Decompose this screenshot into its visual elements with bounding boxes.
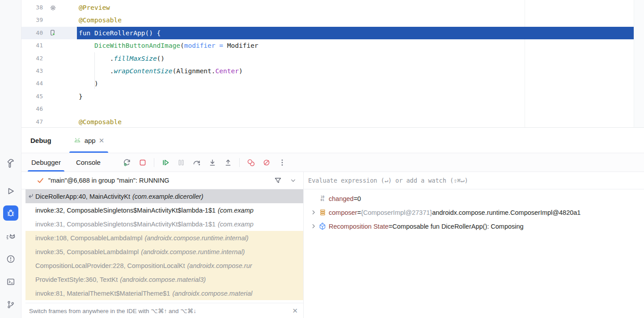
code-text[interactable]: ) bbox=[77, 77, 634, 90]
editor-line-38[interactable]: 38@Preview bbox=[21, 1, 634, 14]
chevron-down-icon bbox=[289, 177, 297, 184]
stack-frame-row[interactable]: invoke:35, ComposableLambdaImpl(androidx… bbox=[25, 245, 303, 259]
code-text[interactable]: .fillMaxSize() bbox=[77, 52, 634, 65]
toolbar-separator bbox=[154, 158, 154, 167]
stack-frame-row[interactable]: ProvideTextStyle:360, TextKt(androidx.co… bbox=[25, 272, 303, 286]
gutter-icon-slot[interactable] bbox=[43, 27, 63, 39]
gutter[interactable]: 45 bbox=[21, 90, 77, 103]
gutter[interactable]: 38 bbox=[21, 1, 77, 14]
stack-frame-row[interactable]: CompositionLocalProvider:228, Compositio… bbox=[25, 259, 303, 272]
more-kebab-icon bbox=[278, 158, 287, 167]
resume-icon bbox=[161, 158, 170, 167]
editor-scrollbar-track[interactable] bbox=[634, 0, 644, 128]
code-text[interactable]: .wrapContentSize(Alignment.Center) bbox=[77, 65, 634, 77]
activity-button-debug-bug[interactable] bbox=[3, 205, 18, 221]
frames-hint-banner: Switch frames from anywhere in the IDE w… bbox=[25, 303, 303, 318]
activity-button-run-play[interactable] bbox=[3, 184, 18, 199]
gutter[interactable]: 43 bbox=[21, 65, 77, 77]
code-token: @Preview bbox=[79, 4, 110, 11]
editor-line-40[interactable]: 40fun DiceRollerApp() { bbox=[21, 27, 634, 39]
code-text[interactable] bbox=[77, 103, 634, 115]
editor-line-39[interactable]: 39@Composable bbox=[21, 14, 634, 26]
stack-frame-row[interactable]: DiceRollerApp:40, MainActivityKt(com.exa… bbox=[25, 189, 303, 203]
debug-tool-window: Debug app ✕ DebuggerConsole "main"@6,688… bbox=[21, 128, 644, 318]
gutter[interactable]: 42 bbox=[21, 52, 77, 65]
expand-chevron-icon[interactable] bbox=[309, 223, 318, 230]
gutter[interactable]: 47 bbox=[21, 116, 77, 128]
cube-icon bbox=[318, 222, 326, 230]
gutter[interactable]: 44 bbox=[21, 77, 77, 90]
toolbar-more-kebab-icon[interactable] bbox=[276, 157, 288, 168]
toolbar-step-over-icon[interactable] bbox=[191, 157, 203, 168]
toolbar-step-into-icon[interactable] bbox=[207, 157, 218, 168]
stack-frame-row[interactable]: invoke:81, MaterialThemeKt$MaterialTheme… bbox=[25, 286, 303, 300]
stack-frame-row[interactable]: invoke:108, ComposableLambdaImpl(android… bbox=[25, 231, 303, 245]
editor-line-42[interactable]: 42 .fillMaxSize() bbox=[21, 52, 634, 65]
tab-console[interactable]: Console bbox=[75, 153, 102, 172]
expand-chevron-icon[interactable] bbox=[309, 209, 318, 216]
code-text[interactable]: fun DiceRollerApp() { bbox=[77, 27, 634, 39]
toolbar-resume-icon[interactable] bbox=[160, 157, 171, 168]
code-text[interactable]: } bbox=[77, 90, 634, 103]
code-token: fillMaxSize bbox=[114, 55, 157, 62]
chevron-down-icon[interactable] bbox=[289, 177, 297, 184]
code-token: ( bbox=[180, 42, 184, 49]
toolbar-mute-breakpoints-icon[interactable] bbox=[261, 157, 272, 168]
code-token: () bbox=[157, 55, 165, 62]
code-text[interactable]: @Composable bbox=[77, 116, 634, 128]
session-tab-app[interactable]: app ✕ bbox=[68, 128, 110, 153]
toolbar-stop-icon[interactable] bbox=[137, 157, 148, 168]
editor-line-43[interactable]: 43 .wrapContentSize(Alignment.Center) bbox=[21, 65, 634, 77]
debugger-body: "main"@6,688 in group "main": RUNNING Di… bbox=[21, 172, 644, 318]
close-icon[interactable]: ✕ bbox=[99, 137, 105, 144]
filter-funnel-icon[interactable] bbox=[274, 176, 282, 185]
editor-lines: 38@Preview39@Composable40fun DiceRollerA… bbox=[21, 1, 634, 128]
equals-sign: = bbox=[389, 223, 392, 230]
code-token: } bbox=[79, 93, 83, 100]
toolbar-view-breakpoints-icon[interactable] bbox=[245, 157, 257, 168]
tab-debugger[interactable]: Debugger bbox=[30, 153, 62, 172]
code-text[interactable]: @Preview bbox=[77, 1, 634, 14]
variable-row[interactable]: composer = {ComposerImpl@27371} androidx… bbox=[304, 205, 644, 219]
debugger-toolbar bbox=[121, 157, 288, 168]
build-hammer-icon bbox=[6, 158, 16, 168]
stack-frame-row[interactable]: invoke:32, ComposableSingletons$MainActi… bbox=[25, 203, 303, 217]
activity-button-logcat-cat[interactable] bbox=[3, 229, 18, 244]
code-text[interactable]: DiceWithButtonAndImage(modifier = Modifi… bbox=[77, 39, 634, 52]
code-token bbox=[79, 42, 94, 49]
run-play-icon bbox=[6, 187, 15, 196]
evaluate-expression-input[interactable]: Evaluate expression (↵) or add a watch (… bbox=[304, 172, 644, 189]
activity-button-problems[interactable] bbox=[3, 251, 18, 267]
line-number: 44 bbox=[21, 77, 43, 90]
activity-button-build-hammer[interactable] bbox=[3, 155, 18, 171]
editor-line-45[interactable]: 45} bbox=[21, 90, 634, 103]
code-editor[interactable]: 38@Preview39@Composable40fun DiceRollerA… bbox=[21, 0, 634, 128]
variable-row[interactable]: 1001changed = 0 bbox=[304, 192, 644, 205]
frame-location: invoke:108, ComposableLambdaImpl bbox=[35, 234, 142, 242]
gutter-icon-slot[interactable] bbox=[43, 1, 63, 14]
primitive-bits-icon: 1001 bbox=[318, 196, 327, 202]
code-token: ) bbox=[79, 80, 98, 87]
editor-line-46[interactable]: 46 bbox=[21, 103, 634, 115]
stop-icon bbox=[138, 158, 147, 167]
code-text[interactable]: @Composable bbox=[77, 14, 634, 26]
stack-frame-row[interactable]: invoke:31, ComposableSingletons$MainActi… bbox=[25, 217, 303, 231]
activity-button-terminal[interactable] bbox=[3, 274, 18, 289]
editor-line-44[interactable]: 44 ) bbox=[21, 77, 634, 90]
variables-list: 1001changed = 0composer = {ComposerImpl@… bbox=[304, 189, 644, 233]
close-icon[interactable]: ✕ bbox=[292, 307, 298, 314]
gutter[interactable]: 41 bbox=[21, 39, 77, 52]
chevron-right-icon bbox=[310, 223, 317, 230]
toolbar-pause-icon[interactable] bbox=[175, 157, 187, 168]
gutter[interactable]: 40 bbox=[21, 27, 77, 39]
frame-package: (androidx.compose.material3) bbox=[120, 276, 206, 283]
editor-line-47[interactable]: 47@Composable bbox=[21, 116, 634, 128]
variable-row[interactable]: Recomposition State = Composable fun Dic… bbox=[304, 219, 644, 233]
editor-line-41[interactable]: 41 DiceWithButtonAndImage(modifier = Mod… bbox=[21, 39, 634, 52]
toolbar-step-out-icon[interactable] bbox=[222, 157, 234, 168]
gutter[interactable]: 46 bbox=[21, 103, 77, 115]
activity-button-version-control[interactable] bbox=[3, 297, 18, 312]
gutter[interactable]: 39 bbox=[21, 14, 77, 26]
gutter-icon-slot bbox=[43, 14, 63, 26]
toolbar-rerun-debug-icon[interactable] bbox=[121, 157, 133, 168]
